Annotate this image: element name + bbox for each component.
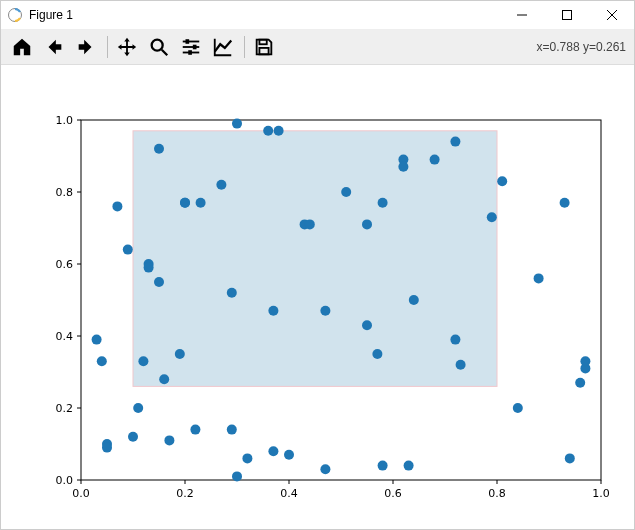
scatter-point xyxy=(268,306,278,316)
toolbar: x=0.788 y=0.261 xyxy=(1,30,634,65)
x-tick-label: 0.6 xyxy=(384,487,402,500)
scatter-point xyxy=(144,263,154,273)
app-icon xyxy=(7,7,23,23)
scatter-point xyxy=(175,349,185,359)
scatter-point xyxy=(232,119,242,129)
selection-rectangle xyxy=(133,131,497,387)
svg-rect-10 xyxy=(193,45,197,50)
save-icon xyxy=(253,36,275,58)
svg-rect-14 xyxy=(259,48,268,54)
scatter-point xyxy=(320,306,330,316)
scatter-point xyxy=(102,443,112,453)
svg-rect-8 xyxy=(186,39,190,44)
sliders-icon xyxy=(180,36,202,58)
scatter-point xyxy=(164,435,174,445)
edit-button[interactable] xyxy=(208,32,238,62)
svg-point-5 xyxy=(152,40,163,51)
scatter-point xyxy=(305,219,315,229)
scatter-point xyxy=(575,378,585,388)
window-title: Figure 1 xyxy=(29,8,73,22)
scatter-point xyxy=(154,277,164,287)
save-button[interactable] xyxy=(249,32,279,62)
figure-window: Figure 1 xyxy=(0,0,635,530)
scatter-point xyxy=(138,356,148,366)
scatter-point xyxy=(497,176,507,186)
scatter-point xyxy=(133,403,143,413)
scatter-plot: 0.00.20.40.60.81.00.00.20.40.60.81.0 xyxy=(1,65,634,530)
home-button[interactable] xyxy=(7,32,37,62)
x-tick-label: 0.2 xyxy=(176,487,194,500)
scatter-point xyxy=(154,144,164,154)
titlebar: Figure 1 xyxy=(1,1,634,30)
scatter-point xyxy=(398,162,408,172)
scatter-point xyxy=(450,137,460,147)
scatter-point xyxy=(128,432,138,442)
scatter-point xyxy=(430,155,440,165)
scatter-point xyxy=(320,464,330,474)
zoom-button[interactable] xyxy=(144,32,174,62)
y-tick-label: 0.4 xyxy=(56,330,74,343)
scatter-point xyxy=(263,126,273,136)
scatter-point xyxy=(378,461,388,471)
scatter-point xyxy=(341,187,351,197)
y-tick-label: 0.2 xyxy=(56,402,74,415)
y-tick-label: 1.0 xyxy=(56,114,74,127)
scatter-point xyxy=(409,295,419,305)
scatter-point xyxy=(227,425,237,435)
arrow-right-icon xyxy=(75,36,97,58)
scatter-point xyxy=(487,212,497,222)
svg-rect-12 xyxy=(188,50,192,55)
scatter-point xyxy=(97,356,107,366)
scatter-point xyxy=(534,273,544,283)
scatter-point xyxy=(196,198,206,208)
scatter-point xyxy=(180,198,190,208)
plot-area[interactable]: 0.00.20.40.60.81.00.00.20.40.60.81.0 xyxy=(1,65,634,529)
scatter-point xyxy=(378,198,388,208)
scatter-point xyxy=(284,450,294,460)
y-tick-label: 0.0 xyxy=(56,474,74,487)
chart-line-icon xyxy=(212,36,234,58)
svg-line-6 xyxy=(162,50,168,56)
configure-button[interactable] xyxy=(176,32,206,62)
scatter-point xyxy=(216,180,226,190)
y-tick-label: 0.8 xyxy=(56,186,74,199)
scatter-point xyxy=(92,335,102,345)
scatter-point xyxy=(112,201,122,211)
scatter-point xyxy=(580,356,590,366)
scatter-point xyxy=(274,126,284,136)
pan-button[interactable] xyxy=(112,32,142,62)
scatter-point xyxy=(513,403,523,413)
scatter-point xyxy=(372,349,382,359)
forward-button[interactable] xyxy=(71,32,101,62)
scatter-point xyxy=(362,320,372,330)
x-tick-label: 0.0 xyxy=(72,487,90,500)
scatter-point xyxy=(190,425,200,435)
scatter-point xyxy=(242,453,252,463)
close-button[interactable] xyxy=(589,1,634,29)
scatter-point xyxy=(456,360,466,370)
toolbar-separator xyxy=(107,36,108,58)
cursor-coords: x=0.788 y=0.261 xyxy=(537,40,628,54)
arrow-left-icon xyxy=(43,36,65,58)
scatter-point xyxy=(268,446,278,456)
y-tick-label: 0.6 xyxy=(56,258,74,271)
maximize-button[interactable] xyxy=(544,1,589,29)
scatter-point xyxy=(450,335,460,345)
svg-rect-13 xyxy=(259,40,266,45)
svg-rect-2 xyxy=(562,11,571,20)
x-tick-label: 0.4 xyxy=(280,487,298,500)
scatter-point xyxy=(232,471,242,481)
x-tick-label: 0.8 xyxy=(488,487,506,500)
scatter-point xyxy=(123,245,133,255)
scatter-point xyxy=(404,461,414,471)
scatter-point xyxy=(159,374,169,384)
scatter-point xyxy=(227,288,237,298)
x-tick-label: 1.0 xyxy=(592,487,610,500)
move-icon xyxy=(116,36,138,58)
toolbar-separator xyxy=(244,36,245,58)
back-button[interactable] xyxy=(39,32,69,62)
home-icon xyxy=(11,36,33,58)
minimize-button[interactable] xyxy=(499,1,544,29)
zoom-icon xyxy=(148,36,170,58)
scatter-point xyxy=(565,453,575,463)
